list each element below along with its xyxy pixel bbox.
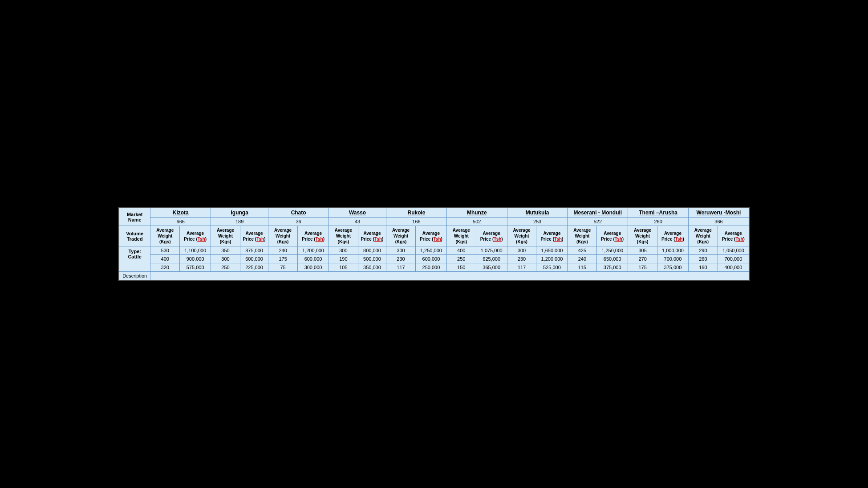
themi-weight-r1: 305 xyxy=(628,246,657,255)
mhunze-header: Mhunze xyxy=(446,208,507,218)
wasso-weight-r2: 190 xyxy=(329,255,358,263)
mhunze-weight-r3: 150 xyxy=(446,263,476,272)
meserani-header: Meserani - Monduli xyxy=(568,208,628,218)
table-row: Type: Cattle 530 1,100,000 350 875,000 2… xyxy=(119,246,749,255)
rukole-volume: 166 xyxy=(386,218,447,226)
chato-weight-r2: 175 xyxy=(268,255,298,263)
meserani-weight-r3: 115 xyxy=(568,263,597,272)
themi-header: Themi –Arusha xyxy=(628,208,689,218)
chato-weight-r3: 75 xyxy=(268,263,298,272)
kizota-header: Kizota xyxy=(150,208,211,218)
meserani-weight-r2: 240 xyxy=(568,255,597,263)
kizota-weight-r3: 320 xyxy=(150,263,180,272)
mhunze-volume: 502 xyxy=(446,218,507,226)
main-table-wrapper: Market Name Kizota Igunga Chato Wasso Ru… xyxy=(118,207,750,281)
chato-header: Chato xyxy=(268,208,329,218)
mhunze-price-r2: 625,000 xyxy=(476,255,507,263)
chato-price-header: Average Price (Tsh) xyxy=(298,226,329,246)
weruweru-price-r2: 700,000 xyxy=(718,255,749,263)
mutukula-price-r1: 1,650,000 xyxy=(536,246,568,255)
wasso-price-r3: 350,000 xyxy=(358,263,386,272)
livestock-market-table: Market Name Kizota Igunga Chato Wasso Ru… xyxy=(119,208,749,280)
mutukula-price-r3: 525,000 xyxy=(536,263,568,272)
rukole-price-r2: 600,000 xyxy=(415,255,446,263)
igunga-volume: 189 xyxy=(211,218,268,226)
meserani-volume: 522 xyxy=(568,218,628,226)
wasso-header: Wasso xyxy=(329,208,386,218)
market-name-header: Market Name xyxy=(119,208,150,226)
chato-price-r1: 1,200,000 xyxy=(298,246,329,255)
weruweru-volume: 366 xyxy=(688,218,749,226)
mutukula-weight-header: Average Weight (Kgs) xyxy=(507,226,536,246)
rukole-header: Rukole xyxy=(386,208,447,218)
mhunze-weight-r1: 400 xyxy=(446,246,476,255)
rukole-price-header: Average Price (Tsh) xyxy=(415,226,446,246)
meserani-weight-header: Average Weight (Kgs) xyxy=(568,226,597,246)
meserani-price-header: Average Price (Tsh) xyxy=(597,226,628,246)
weruweru-header: Weruweru -Moshi xyxy=(688,208,749,218)
themi-price-r2: 700,000 xyxy=(657,255,688,263)
chato-price-r3: 300,000 xyxy=(298,263,329,272)
mhunze-price-r3: 365,000 xyxy=(476,263,507,272)
igunga-weight-header: Average Weight (Kgs) xyxy=(211,226,240,246)
rukole-weight-r1: 300 xyxy=(386,246,416,255)
description-value xyxy=(150,272,749,280)
wasso-weight-header: Average Weight (Kgs) xyxy=(329,226,358,246)
rukole-price-r3: 250,000 xyxy=(415,263,446,272)
description-row: Description xyxy=(119,272,749,280)
meserani-weight-r1: 425 xyxy=(568,246,597,255)
rukole-weight-header: Average Weight (Kgs) xyxy=(386,226,416,246)
mhunze-price-r1: 1,075,000 xyxy=(476,246,507,255)
themi-weight-r3: 175 xyxy=(628,263,657,272)
rukole-weight-r2: 230 xyxy=(386,255,416,263)
chato-weight-header: Average Weight (Kgs) xyxy=(268,226,298,246)
weruweru-weight-r1: 290 xyxy=(688,246,718,255)
mutukula-volume: 253 xyxy=(507,218,568,226)
weruweru-weight-header: Average Weight (Kgs) xyxy=(688,226,718,246)
igunga-weight-r2: 300 xyxy=(211,255,240,263)
meserani-price-r3: 375,000 xyxy=(597,263,628,272)
igunga-price-header: Average Price (Tsh) xyxy=(240,226,268,246)
mhunze-weight-r2: 250 xyxy=(446,255,476,263)
weruweru-weight-r2: 260 xyxy=(688,255,718,263)
themi-price-header: Average Price (Tsh) xyxy=(657,226,688,246)
themi-price-r1: 1,000,000 xyxy=(657,246,688,255)
themi-weight-r2: 270 xyxy=(628,255,657,263)
mutukula-weight-r3: 117 xyxy=(507,263,536,272)
chato-volume: 36 xyxy=(268,218,329,226)
mhunze-weight-header: Average Weight (Kgs) xyxy=(446,226,476,246)
kizota-price-r1: 1,100,000 xyxy=(180,246,211,255)
igunga-header: Igunga xyxy=(211,208,268,218)
mhunze-price-header: Average Price (Tsh) xyxy=(476,226,507,246)
type-cattle-label: Type: Cattle xyxy=(119,246,150,272)
mutukula-weight-r2: 230 xyxy=(507,255,536,263)
kizota-volume: 666 xyxy=(150,218,211,226)
themi-volume: 260 xyxy=(628,218,689,226)
mutukula-header: Mutukula xyxy=(507,208,568,218)
weruweru-price-header: Average Price (Tsh) xyxy=(718,226,749,246)
igunga-weight-r3: 250 xyxy=(211,263,240,272)
kizota-price-header: Average Price (Tsh) xyxy=(180,226,211,246)
mutukula-price-r2: 1,200,000 xyxy=(536,255,568,263)
kizota-weight-header: Average Weight (Kgs) xyxy=(150,226,180,246)
kizota-weight-r2: 400 xyxy=(150,255,180,263)
igunga-price-r1: 875,000 xyxy=(240,246,268,255)
description-label: Description xyxy=(119,272,150,280)
wasso-price-header: Average Price (Tsh) xyxy=(358,226,386,246)
kizota-weight-r1: 530 xyxy=(150,246,180,255)
wasso-price-r2: 500,000 xyxy=(358,255,386,263)
meserani-price-r2: 650,000 xyxy=(597,255,628,263)
kizota-price-r2: 900,000 xyxy=(180,255,211,263)
weruweru-price-r3: 400,000 xyxy=(718,263,749,272)
weruweru-weight-r3: 160 xyxy=(688,263,718,272)
igunga-price-r3: 225,000 xyxy=(240,263,268,272)
table-row: 320 575,000 250 225,000 75 300,000 105 3… xyxy=(119,263,749,272)
chato-price-r2: 600,000 xyxy=(298,255,329,263)
themi-weight-header: Average Weight (Kgs) xyxy=(628,226,657,246)
kizota-price-r3: 575,000 xyxy=(180,263,211,272)
volume-traded-label: Volume Traded xyxy=(119,226,150,246)
weruweru-price-r1: 1,050,000 xyxy=(718,246,749,255)
igunga-weight-r1: 350 xyxy=(211,246,240,255)
wasso-weight-r3: 105 xyxy=(329,263,358,272)
meserani-price-r1: 1,250,000 xyxy=(597,246,628,255)
